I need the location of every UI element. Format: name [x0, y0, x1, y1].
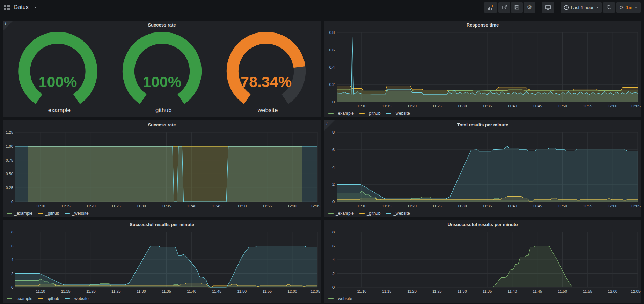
share-icon	[502, 5, 507, 10]
legend-item-_github[interactable]: _github	[38, 296, 59, 301]
x-tick-label: 11:20	[86, 204, 96, 208]
gauge-value-text: 78.34%	[241, 73, 292, 90]
x-tick-label: 11:30	[458, 104, 467, 108]
legend-item-_website[interactable]: _website	[328, 296, 352, 301]
y-tick-label: 0	[11, 285, 13, 289]
legend-label: _example	[14, 211, 32, 216]
y-tick-label: 0.4	[329, 65, 335, 69]
panel-title[interactable]: Success rate	[3, 120, 321, 129]
x-tick-label: 11:20	[86, 289, 96, 294]
gauge-_website: 78.34%_website	[214, 30, 318, 114]
legend-item-_example[interactable]: _example	[328, 211, 354, 216]
y-tick-label: 0.50	[6, 172, 13, 176]
y-tick-label: 0.6	[329, 48, 335, 52]
x-tick-label: 11:55	[262, 289, 272, 294]
chart-legend: _example_github_website	[324, 209, 641, 217]
legend-label: _github	[45, 296, 59, 301]
tv-mode-button[interactable]	[542, 2, 554, 13]
chart-canvas[interactable]: 0246811:1011:1511:2011:2511:3011:3511:40…	[324, 229, 641, 295]
dashboard-title[interactable]: Gatus	[14, 4, 29, 10]
legend-swatch	[38, 213, 43, 214]
legend-swatch	[65, 213, 70, 214]
legend-item-_website[interactable]: _website	[65, 296, 88, 301]
caret-down-icon	[635, 7, 637, 8]
panel-unsuccessful-results: Unsuccessful results per minute 0246811:…	[324, 220, 641, 303]
grafana-menu-icon[interactable]	[3, 4, 10, 11]
legend-item-_example[interactable]: _example	[7, 211, 32, 216]
y-tick-label: 4	[11, 258, 13, 262]
y-tick-label: 0	[332, 285, 335, 289]
y-tick-label: 4	[332, 258, 335, 262]
y-tick-label: 6	[332, 244, 335, 248]
refresh-picker[interactable]: ⟳ 1m	[616, 2, 641, 13]
legend-item-_github[interactable]: _github	[359, 111, 380, 116]
x-tick-label: 11:30	[137, 204, 146, 208]
add-panel-button[interactable]	[484, 2, 497, 13]
legend-item-_website[interactable]: _website	[65, 211, 88, 216]
legend-item-_website[interactable]: _website	[386, 111, 410, 116]
chart-canvas[interactable]: 00.20.40.60.811:1011:1511:2011:2511:3011…	[324, 30, 641, 110]
panel-title[interactable]: Unsuccessful results per minute	[324, 220, 641, 229]
x-tick-label: 11:50	[237, 289, 247, 294]
x-tick-label: 11:15	[382, 289, 391, 294]
y-tick-label: 2	[332, 272, 335, 276]
panel-title[interactable]: Total results per minute	[324, 120, 641, 129]
gauge-value-text: 100%	[143, 73, 181, 90]
x-tick-label: 11:10	[357, 204, 366, 208]
time-range-picker[interactable]: Last 1 hour	[561, 2, 602, 13]
x-tick-label: 12:00	[287, 204, 297, 208]
panel-title[interactable]: Success rate	[3, 21, 321, 30]
panel-title[interactable]: Response time	[324, 21, 641, 30]
x-tick-label: 12:05	[631, 104, 641, 108]
caret-down-icon	[596, 7, 599, 8]
chart-canvas[interactable]: 00.250.500.751.001.2511:1011:1511:2011:2…	[3, 129, 321, 209]
y-tick-label: 6	[332, 148, 335, 152]
x-tick-label: 11:15	[61, 289, 71, 294]
chart-canvas[interactable]: 0246811:1011:1511:2011:2511:3011:3511:40…	[3, 229, 321, 295]
legend-item-_github[interactable]: _github	[38, 211, 59, 216]
x-tick-label: 11:35	[483, 204, 492, 208]
successful-results-chart[interactable]: 0246811:1011:1511:2011:2511:3011:3511:40…	[3, 229, 321, 295]
x-tick-label: 11:15	[382, 104, 391, 108]
chart-legend: _website	[324, 295, 641, 303]
x-tick-label: 11:40	[507, 104, 517, 108]
gauge-canvas: 78.34%	[214, 30, 318, 106]
legend-item-_website[interactable]: _website	[386, 211, 410, 216]
y-tick-label: 2	[11, 272, 13, 276]
share-button[interactable]	[498, 2, 510, 13]
x-tick-label: 11:20	[407, 289, 417, 294]
save-button[interactable]	[511, 2, 523, 13]
chart-legend: _example_github_website	[3, 295, 321, 303]
panel-title[interactable]: Successful results per minute	[3, 220, 321, 229]
magnifier-minus-icon	[606, 5, 612, 10]
legend-label: _website	[393, 211, 410, 216]
legend-item-_github[interactable]: _github	[359, 211, 380, 216]
unsuccessful-results-chart[interactable]: 0246811:1011:1511:2011:2511:3011:3511:40…	[324, 229, 641, 295]
legend-item-_example[interactable]: _example	[328, 111, 354, 116]
panel-info-corner[interactable]: i	[3, 21, 13, 31]
legend-swatch	[7, 213, 12, 214]
legend-item-_example[interactable]: _example	[7, 296, 32, 301]
x-tick-label: 11:55	[583, 289, 592, 294]
x-tick-label: 11:40	[507, 289, 517, 294]
y-tick-label: 1.25	[6, 130, 13, 134]
x-tick-label: 11:45	[533, 289, 542, 294]
caret-down-icon	[34, 7, 37, 8]
success-rate-chart[interactable]: 00.250.500.751.001.2511:1011:1511:2011:2…	[3, 129, 321, 209]
x-tick-label: 12:05	[310, 204, 320, 208]
time-range-label: Last 1 hour	[571, 5, 594, 10]
panel-total-results: i Total results per minute 0246811:1011:…	[324, 120, 641, 217]
total-results-chart[interactable]: 0246811:1011:1511:2011:2511:3011:3511:40…	[324, 129, 641, 209]
chart-canvas[interactable]: 0246811:1011:1511:2011:2511:3011:3511:40…	[324, 129, 641, 209]
legend-swatch	[328, 113, 334, 114]
x-tick-label: 11:35	[483, 104, 492, 108]
panel-info-corner[interactable]: i	[324, 120, 335, 131]
y-tick-label: 0	[332, 100, 335, 104]
x-tick-label: 11:10	[357, 289, 366, 294]
settings-button[interactable]: ⚙	[524, 2, 535, 13]
panel-success-rate-gauges: i Success rate 100%_example100%_github78…	[3, 21, 321, 117]
x-tick-label: 11:50	[237, 204, 247, 208]
save-icon	[514, 5, 520, 10]
zoom-out-button[interactable]	[603, 2, 615, 13]
response-time-chart[interactable]: 00.20.40.60.811:1011:1511:2011:2511:3011…	[324, 30, 641, 110]
